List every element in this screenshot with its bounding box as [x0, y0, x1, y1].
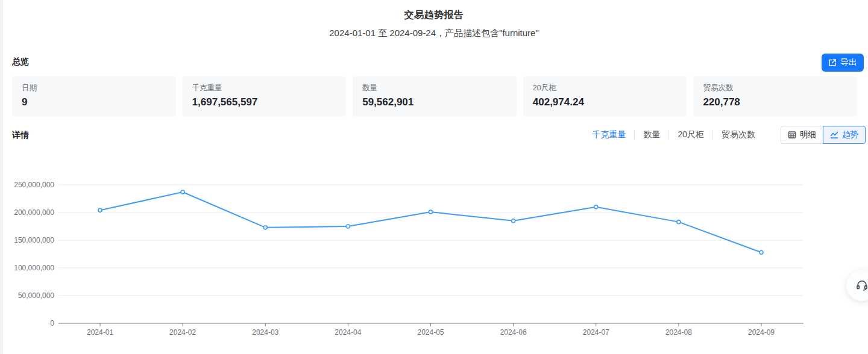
table-icon [788, 131, 796, 139]
data-point[interactable] [181, 190, 184, 194]
stat-card: 20尺柜402,974.24 [523, 76, 687, 116]
export-icon [828, 58, 837, 67]
data-point[interactable] [263, 226, 267, 229]
report-subtitle: 2024-01-01 至 2024-09-24，产品描述包含"furniture… [0, 28, 868, 39]
metric-tab[interactable]: 数量 [635, 129, 668, 140]
y-axis-label: 0 [50, 319, 54, 328]
metric-tab[interactable]: 贸易次数 [713, 129, 764, 140]
metric-tab[interactable]: 20尺柜 [669, 129, 712, 140]
stat-card-label: 数量 [362, 83, 507, 93]
x-axis-label: 2024-06 [500, 328, 527, 337]
report-page: 交易趋势报告 2024-01-01 至 2024-09-24，产品描述包含"fu… [0, 0, 868, 354]
overview-heading: 总览 [12, 57, 29, 67]
y-axis-label: 200,000,000 [14, 208, 54, 217]
data-point[interactable] [677, 220, 681, 224]
y-axis-label: 100,000,000 [14, 264, 54, 272]
x-axis-label: 2024-02 [169, 328, 196, 337]
stat-card-value: 402,974.24 [533, 96, 678, 108]
view-toggle-label: 趋势 [842, 129, 858, 140]
details-controls: 千克重量数量20尺柜贸易次数 明细趋势 [583, 126, 866, 144]
overview-cards: 日期9千克重量1,697,565,597数量59,562,90120尺柜402,… [12, 76, 857, 116]
export-button-label: 导出 [840, 57, 857, 68]
view-toggle-detail[interactable]: 明细 [781, 126, 823, 144]
stat-card-label: 日期 [22, 83, 166, 93]
y-axis-label: 150,000,000 [14, 236, 54, 244]
x-axis-label: 2024-07 [583, 328, 609, 337]
view-toggle-label: 明细 [800, 129, 816, 140]
stat-card-value: 9 [22, 96, 166, 108]
x-axis-label: 2024-03 [252, 328, 278, 337]
view-toggle: 明细趋势 [781, 126, 866, 144]
stat-card-value: 1,697,565,597 [192, 96, 337, 108]
metric-tabs: 千克重量数量20尺柜贸易次数 [583, 129, 764, 140]
x-axis-label: 2024-08 [665, 328, 692, 337]
trend-icon [830, 131, 838, 139]
details-heading: 详情 [12, 130, 29, 141]
data-point[interactable] [512, 219, 515, 223]
view-toggle-trend[interactable]: 趋势 [823, 126, 866, 144]
stat-card-label: 20尺柜 [533, 83, 678, 93]
stat-card-value: 220,778 [703, 96, 848, 108]
x-axis-label: 2024-05 [417, 328, 444, 337]
stat-card: 贸易次数220,778 [693, 76, 857, 116]
stat-card: 数量59,562,901 [353, 76, 517, 116]
stat-card-label: 千克重量 [192, 83, 337, 93]
stat-card: 千克重量1,697,565,597 [183, 76, 347, 116]
metric-tab[interactable]: 千克重量 [583, 129, 634, 140]
y-axis-label: 50,000,000 [18, 291, 54, 300]
x-axis-label: 2024-09 [748, 328, 775, 337]
stat-card: 日期9 [12, 76, 176, 116]
y-axis-label: 250,000,000 [14, 181, 54, 189]
export-button[interactable]: 导出 [822, 54, 864, 72]
data-point[interactable] [429, 210, 433, 214]
trend-chart[interactable]: 050,000,000100,000,000150,000,000200,000… [0, 167, 868, 348]
headset-icon [855, 279, 868, 292]
x-axis-label: 2024-01 [87, 328, 113, 337]
trend-line [100, 192, 761, 252]
data-point[interactable] [98, 208, 102, 212]
data-point[interactable] [346, 225, 350, 228]
x-axis-label: 2024-04 [335, 328, 361, 337]
stat-card-label: 贸易次数 [703, 83, 848, 93]
page-title: 交易趋势报告 [0, 9, 868, 22]
data-point[interactable] [594, 205, 598, 209]
stat-card-value: 59,562,901 [362, 96, 507, 108]
data-point[interactable] [760, 250, 763, 254]
